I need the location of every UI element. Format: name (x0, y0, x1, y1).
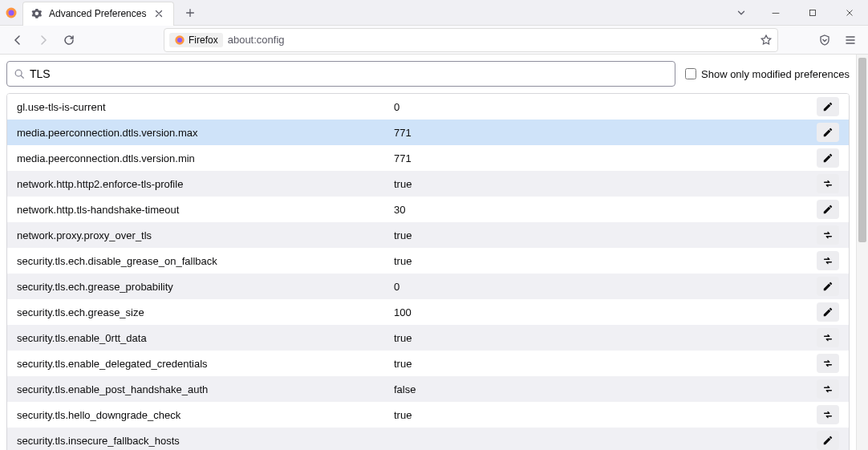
window-controls (757, 0, 868, 26)
pref-name: gl.use-tls-is-current (17, 101, 394, 113)
pref-name: security.tls.ech.grease_probability (17, 281, 394, 293)
pref-search-box[interactable] (6, 61, 675, 87)
scrollbar[interactable] (856, 55, 868, 450)
pref-value: true (394, 178, 817, 190)
pref-search-input[interactable] (30, 67, 668, 80)
pref-toggle-button[interactable] (817, 328, 839, 347)
pref-name: media.peerconnection.dtls.version.max (17, 127, 394, 139)
save-to-pocket-button[interactable] (813, 29, 836, 51)
pref-name: security.tls.insecure_fallback_hosts (17, 435, 394, 447)
pref-value: 0 (394, 281, 817, 293)
url-bar[interactable]: Firefox about:config (164, 28, 778, 52)
url-text: about:config (228, 34, 755, 46)
window-maximize-button[interactable] (794, 0, 831, 26)
pref-value: false (394, 383, 817, 395)
tab-close-button[interactable] (152, 7, 165, 20)
new-tab-button[interactable] (179, 2, 201, 24)
pref-row[interactable]: security.tls.enable_delegated_credential… (7, 351, 849, 376)
pref-row[interactable]: security.tls.enable_0rtt_datatrue (7, 325, 849, 351)
identity-box[interactable]: Firefox (169, 33, 223, 47)
pref-row[interactable]: security.tls.ech.grease_probability0 (7, 274, 849, 299)
pref-toggle-button[interactable] (817, 174, 839, 193)
pref-row[interactable]: media.peerconnection.dtls.version.min771 (7, 145, 849, 171)
gear-icon (31, 8, 43, 19)
pref-name: security.tls.enable_0rtt_data (17, 332, 394, 344)
forward-button[interactable] (32, 29, 55, 51)
pref-value: 771 (394, 127, 817, 139)
browser-tab[interactable]: Advanced Preferences (22, 2, 174, 26)
scrollbar-thumb[interactable] (858, 58, 866, 242)
pref-edit-button[interactable] (817, 200, 839, 219)
pref-name: network.proxy.proxy_over_tls (17, 229, 394, 241)
reload-button[interactable] (58, 29, 80, 51)
pref-row[interactable]: network.http.tls-handshake-timeout30 (7, 197, 849, 222)
pref-edit-button[interactable] (817, 431, 839, 450)
pref-toggle-button[interactable] (817, 251, 839, 270)
pref-name: network.http.tls-handshake-timeout (17, 204, 394, 216)
pref-value: true (394, 358, 817, 370)
tabs-dropdown-button[interactable] (730, 2, 752, 24)
pref-value: true (394, 229, 817, 241)
bookmark-star-icon[interactable] (760, 34, 773, 47)
pref-row[interactable]: network.http.http2.enforce-tls-profiletr… (7, 171, 849, 197)
search-row: Show only modified preferences (6, 61, 850, 87)
identity-label: Firefox (189, 34, 218, 46)
pref-row[interactable]: security.tls.ech.grease_size100 (7, 299, 849, 325)
pref-edit-button[interactable] (817, 123, 839, 142)
pref-name: security.tls.enable_post_handshake_auth (17, 383, 394, 395)
show-modified-label: Show only modified preferences (701, 68, 850, 80)
pref-row[interactable]: gl.use-tls-is-current0 (7, 94, 849, 120)
pref-row[interactable]: security.tls.insecure_fallback_hosts (7, 428, 849, 450)
pref-toggle-button[interactable] (817, 354, 839, 373)
pref-name: network.http.http2.enforce-tls-profile (17, 178, 394, 190)
pref-name: security.tls.ech.disable_grease_on_fallb… (17, 255, 394, 267)
pref-name: security.tls.ech.grease_size (17, 306, 394, 318)
pref-edit-button[interactable] (817, 97, 839, 116)
show-modified-only[interactable]: Show only modified preferences (685, 68, 850, 80)
tab-title: Advanced Preferences (49, 8, 146, 19)
show-modified-checkbox[interactable] (685, 68, 696, 79)
pref-row[interactable]: media.peerconnection.dtls.version.max771 (7, 120, 849, 145)
pref-name: media.peerconnection.dtls.version.min (17, 152, 394, 164)
svg-rect-2 (810, 10, 816, 15)
search-icon (14, 68, 25, 79)
pref-edit-button[interactable] (817, 277, 839, 296)
pref-value: true (394, 409, 817, 421)
pref-name: security.tls.enable_delegated_credential… (17, 358, 394, 370)
pref-value: true (394, 332, 817, 344)
pref-row[interactable]: network.proxy.proxy_over_tlstrue (7, 222, 849, 248)
pref-value: true (394, 255, 817, 267)
pref-value: 771 (394, 152, 817, 164)
window-close-button[interactable] (831, 0, 868, 26)
titlebar: Advanced Preferences (0, 0, 868, 26)
nav-toolbar: Firefox about:config (0, 26, 868, 55)
pref-toggle-button[interactable] (817, 405, 839, 424)
window-minimize-button[interactable] (757, 0, 794, 26)
app-menu-button[interactable] (839, 29, 862, 51)
pref-toggle-button[interactable] (817, 379, 839, 399)
prefs-table: gl.use-tls-is-current0media.peerconnecti… (6, 93, 850, 450)
pref-name: security.tls.hello_downgrade_check (17, 409, 394, 421)
svg-point-1 (9, 10, 14, 15)
pref-value: 30 (394, 204, 817, 216)
pref-value: 100 (394, 306, 817, 318)
pref-row[interactable]: security.tls.enable_post_handshake_authf… (7, 376, 849, 402)
pref-edit-button[interactable] (817, 302, 839, 322)
content-area: Show only modified preferences gl.use-tl… (0, 55, 868, 450)
pref-toggle-button[interactable] (817, 225, 839, 245)
pref-edit-button[interactable] (817, 148, 839, 168)
firefox-brand-icon (0, 0, 22, 26)
pref-row[interactable]: security.tls.ech.disable_grease_on_fallb… (7, 248, 849, 274)
back-button[interactable] (6, 29, 29, 51)
pref-row[interactable]: security.tls.hello_downgrade_checktrue (7, 402, 849, 428)
pref-value: 0 (394, 101, 817, 113)
svg-point-4 (177, 37, 182, 42)
